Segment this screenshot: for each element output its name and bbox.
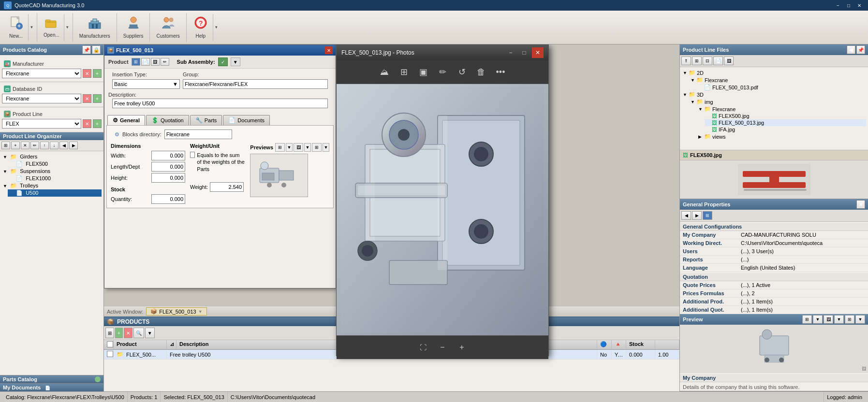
height-input[interactable] bbox=[151, 173, 185, 183]
files-tree-img[interactable]: ▼ 📁 img bbox=[690, 98, 866, 105]
files-btn-1[interactable]: ⇑ bbox=[681, 57, 691, 65]
files-tree-flex500-013[interactable]: 🖼 FLEX_500_013.jpg bbox=[705, 119, 866, 126]
sub-assembly-check-btn[interactable]: ✓ bbox=[218, 57, 228, 66]
org-btn-1[interactable]: ⊞ bbox=[1, 142, 10, 149]
files-btn-2[interactable]: ⊞ bbox=[692, 57, 702, 65]
files-btn-5[interactable]: 🖼 bbox=[724, 57, 734, 65]
org-btn-5[interactable]: ↑ bbox=[40, 142, 49, 149]
files-tree-flexcrane-2d[interactable]: ▼ 📁 Flexcrane bbox=[690, 76, 866, 84]
tree-suspensions[interactable]: ▼ 📁 Suspensions bbox=[2, 168, 102, 175]
preview-btn-zoom2[interactable]: 🖼 bbox=[824, 315, 833, 324]
preview-btn-4[interactable]: ▼ bbox=[304, 143, 311, 152]
files-btn-4[interactable]: 📄 bbox=[713, 57, 723, 65]
manufacturer-delete-btn[interactable]: ✕ bbox=[83, 69, 91, 78]
dialog-icon-btn-4[interactable]: ✏ bbox=[161, 58, 169, 66]
tree-u500[interactable]: 📄 U500 bbox=[8, 189, 102, 197]
files-tree-ifa[interactable]: 🖼 IFA.jpg bbox=[705, 126, 866, 133]
files-tree-pdf[interactable]: 📄 FLEX_500_013.pdf bbox=[697, 84, 866, 91]
suppliers-button[interactable]: Suppliers bbox=[119, 14, 148, 41]
database-add-btn[interactable]: + bbox=[93, 94, 102, 103]
tree-flex500[interactable]: 📄 FLEX500 bbox=[8, 160, 102, 168]
open-dropdown-arrow[interactable]: ▼ bbox=[64, 14, 71, 41]
manufacturer-combo[interactable]: Flexcrane bbox=[2, 69, 81, 78]
preview-btn-dropdown3[interactable]: ▼ bbox=[855, 315, 865, 324]
preview-btn-1[interactable]: ⊞ bbox=[275, 143, 285, 152]
photo-frame-btn[interactable]: ▣ bbox=[414, 63, 432, 81]
dialog-icon-btn-1[interactable]: ⊞ bbox=[132, 58, 140, 66]
files-btn-3[interactable]: ⊟ bbox=[703, 57, 712, 65]
tree-flex1000[interactable]: 📄 FLEX1000 bbox=[8, 175, 102, 182]
files-tree-flexcrane-img[interactable]: ▼ 📁 Flexcrane bbox=[697, 105, 866, 113]
photo-zoom-in-btn[interactable]: + bbox=[453, 339, 471, 356]
preview-btn-6[interactable]: ▼ bbox=[323, 143, 329, 152]
width-input[interactable] bbox=[151, 151, 185, 160]
close-button[interactable]: ✕ bbox=[854, 1, 864, 9]
props-btn-2[interactable]: ▶ bbox=[692, 211, 702, 220]
th-product[interactable]: Product bbox=[114, 340, 167, 349]
preview-btn-5[interactable]: ⊞ bbox=[312, 143, 322, 152]
th-sort-icon[interactable]: ⊿ bbox=[167, 340, 177, 349]
quantity-input[interactable] bbox=[151, 194, 185, 204]
manufacturer-add-btn[interactable]: + bbox=[93, 69, 102, 78]
help-button[interactable]: ? Help bbox=[189, 14, 213, 41]
header-checkbox[interactable] bbox=[107, 341, 113, 347]
prod-btn-delete[interactable]: ✕ bbox=[124, 328, 132, 338]
customers-button[interactable]: Customers bbox=[152, 14, 184, 41]
new-button[interactable]: + New... bbox=[4, 14, 28, 41]
photo-delete-btn[interactable]: 🗑 bbox=[472, 63, 490, 81]
insertion-type-combo[interactable]: Basic ▼ bbox=[112, 79, 180, 89]
product-line-delete-btn[interactable]: ✕ bbox=[83, 119, 91, 128]
tree-trolleys[interactable]: ▼ 📁 Trolleys bbox=[2, 182, 102, 189]
org-btn-4[interactable]: ✏ bbox=[30, 142, 39, 149]
prod-btn-more[interactable]: ▼ bbox=[145, 328, 155, 338]
manufacturers-button[interactable]: Manufacturers bbox=[75, 14, 115, 41]
maximize-button[interactable]: □ bbox=[844, 1, 853, 9]
product-line-add-btn[interactable]: + bbox=[93, 119, 102, 128]
database-id-combo[interactable]: Flexcrane bbox=[2, 94, 81, 103]
preview-btn-zoom[interactable]: ⊞ bbox=[802, 315, 812, 324]
preview-thumbnail[interactable] bbox=[250, 154, 308, 197]
catalog-pin-btn[interactable]: 📌 bbox=[82, 45, 91, 54]
prod-btn-grid[interactable]: ⊞ bbox=[105, 328, 114, 338]
photo-rotate-btn[interactable]: ↺ bbox=[453, 63, 471, 81]
org-btn-3[interactable]: ✕ bbox=[21, 142, 29, 149]
product-line-combo[interactable]: FLEX bbox=[2, 119, 81, 129]
minimize-button[interactable]: − bbox=[833, 1, 843, 9]
weight-input[interactable] bbox=[210, 182, 244, 192]
catalog-lock-btn[interactable]: 🔒 bbox=[92, 45, 101, 54]
dialog-icon-btn-2[interactable]: 📄 bbox=[141, 58, 150, 66]
photo-maximize-btn[interactable]: □ bbox=[518, 47, 530, 58]
preview-btn-zoom3[interactable]: ⊞ bbox=[845, 315, 854, 324]
dialog-close-button[interactable]: ✕ bbox=[325, 46, 333, 54]
active-window-dropdown-icon[interactable]: ▼ bbox=[198, 309, 203, 314]
photo-fullscreen-btn[interactable]: ⛶ bbox=[414, 339, 432, 356]
description-input[interactable] bbox=[112, 99, 328, 108]
tab-documents[interactable]: 📄 Documents bbox=[223, 115, 270, 125]
photo-zoom-out-btn[interactable]: − bbox=[434, 339, 451, 356]
preview-btn-2[interactable]: ▼ bbox=[286, 143, 293, 152]
row-checkbox[interactable] bbox=[107, 351, 113, 357]
tree-girders[interactable]: ▼ 📁 Girders bbox=[2, 153, 102, 160]
org-btn-7[interactable]: ◀ bbox=[59, 142, 68, 149]
group-input[interactable] bbox=[183, 79, 328, 89]
blocks-dir-input[interactable] bbox=[164, 129, 232, 139]
files-tree-flex500[interactable]: 🖼 FLEX500.jpg bbox=[705, 113, 866, 119]
tab-general[interactable]: ⚙ General bbox=[107, 115, 145, 125]
tab-parts[interactable]: 🔧 Parts bbox=[190, 115, 222, 125]
prod-btn-filter[interactable]: 🔍 bbox=[133, 328, 144, 338]
files-panel-arrow-btn[interactable]: ◀ bbox=[847, 45, 855, 54]
org-btn-8[interactable]: ▶ bbox=[69, 142, 78, 149]
photo-edit-btn[interactable]: ✏ bbox=[434, 63, 451, 81]
props-btn-3[interactable]: ⊞ bbox=[703, 211, 712, 220]
props-panel-close-btn[interactable]: ✕ bbox=[856, 200, 865, 209]
open-button[interactable]: Open... bbox=[39, 14, 64, 41]
prod-btn-add[interactable]: + bbox=[115, 328, 123, 338]
new-dropdown-arrow[interactable]: ▼ bbox=[28, 14, 35, 41]
sub-assembly-dropdown-btn[interactable]: ▼ bbox=[231, 57, 240, 66]
org-btn-2[interactable]: + bbox=[11, 142, 20, 149]
files-tree-views[interactable]: ▶ 📁 views bbox=[697, 133, 866, 140]
files-panel-pin-btn[interactable]: 📌 bbox=[856, 45, 865, 54]
photo-landscape-btn[interactable]: ⛰ bbox=[376, 63, 393, 81]
photo-more-btn[interactable]: ••• bbox=[492, 63, 509, 81]
database-delete-btn[interactable]: ✕ bbox=[83, 94, 91, 103]
